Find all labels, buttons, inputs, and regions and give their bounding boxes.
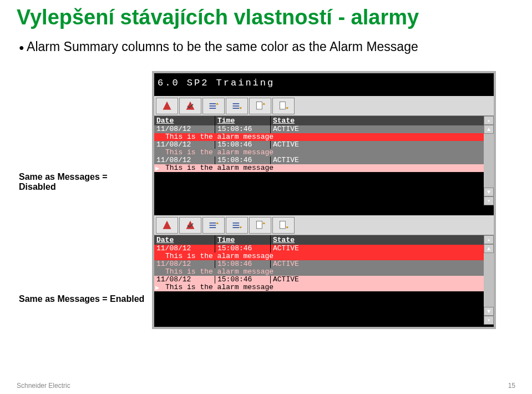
cell-date: 11/08/12 <box>154 245 215 252</box>
cell-date: 11/08/12 <box>154 141 215 149</box>
svg-rect-2 <box>210 108 216 109</box>
col-time: Time <box>215 235 271 245</box>
svg-rect-8 <box>210 223 216 224</box>
cell-state: ACTIVE <box>271 156 494 164</box>
col-time: Time <box>215 116 271 125</box>
table-row[interactable]: 11/08/1215:08:46ACTIVE <box>154 260 494 268</box>
svg-rect-3 <box>233 103 240 104</box>
page-down-icon[interactable] <box>272 217 295 234</box>
table-row[interactable]: 11/08/1215:08:46ACTIVE <box>154 276 494 284</box>
page-up-icon[interactable] <box>249 217 271 234</box>
page-title: Vylepšení stávajících vlastností - alarm… <box>17 6 515 29</box>
svg-rect-14 <box>256 221 262 228</box>
terminal-window: 6.0 SP2 Training Date Time State 11/08/1… <box>152 71 496 329</box>
bullet-text: Alarm Summary columns to be the same col… <box>19 39 515 54</box>
cell-date: 11/08/12 <box>154 276 215 284</box>
cell-time: 15:08:46 <box>215 260 271 268</box>
col-date: Date <box>154 235 215 245</box>
toolbar-enabled <box>154 215 494 235</box>
page-up-icon[interactable] <box>249 98 271 114</box>
list-up-icon[interactable] <box>202 98 225 114</box>
bell-ack-icon[interactable] <box>179 98 201 114</box>
alarm-message: This is the alarm message <box>154 252 494 260</box>
scroll-up-icon[interactable]: ▲ <box>484 244 494 253</box>
bell-ack-icon[interactable] <box>179 217 201 234</box>
label-enabled: Same as Messages = Enabled <box>19 294 152 304</box>
cell-state: ACTIVE <box>271 245 494 252</box>
list-down-icon[interactable] <box>226 98 248 114</box>
svg-rect-1 <box>210 105 216 107</box>
alarm-message: This is the alarm message <box>154 149 494 156</box>
cell-state: ACTIVE <box>271 260 494 268</box>
cell-state: ACTIVE <box>271 141 494 149</box>
svg-rect-11 <box>233 223 240 224</box>
bell-unack-icon[interactable] <box>156 217 178 234</box>
table-header: Date Time State <box>154 116 494 125</box>
svg-rect-6 <box>256 102 262 109</box>
table-row[interactable]: 11/08/1215:08:46ACTIVE <box>154 141 494 149</box>
cell-date: 11/08/12 <box>154 156 215 164</box>
scrollbar[interactable]: ▴ ▲ ▼ ▾ <box>484 116 494 205</box>
table-row[interactable]: 11/08/1215:08:46ACTIVE <box>154 125 494 133</box>
svg-rect-13 <box>233 227 240 228</box>
cell-date: 11/08/12 <box>154 260 215 268</box>
alarm-message: This is the alarm message <box>154 133 494 141</box>
alarm-message: This is the alarm message <box>154 164 494 172</box>
cursor-icon: ▶ <box>155 164 159 173</box>
svg-rect-0 <box>210 103 216 104</box>
svg-rect-10 <box>210 227 216 228</box>
svg-rect-9 <box>210 225 216 226</box>
list-up-icon[interactable] <box>202 217 225 234</box>
cursor-icon: ▶ <box>155 284 159 292</box>
empty-area <box>154 172 494 205</box>
scroll-down-icon[interactable]: ▼ <box>484 188 494 196</box>
scroll-bottom-icon[interactable]: ▾ <box>484 316 494 325</box>
scroll-down-icon[interactable]: ▼ <box>484 307 494 316</box>
table-row[interactable]: 11/08/1215:08:46ACTIVE <box>154 245 494 252</box>
toolbar-disabled <box>154 96 494 116</box>
cell-state: ACTIVE <box>271 276 494 284</box>
cell-time: 15:08:46 <box>215 141 271 149</box>
alarm-table-enabled: Date Time State 11/08/1215:08:46ACTIVETh… <box>154 235 494 325</box>
cell-state: ACTIVE <box>271 125 494 133</box>
bell-unack-icon[interactable] <box>156 98 178 114</box>
svg-rect-5 <box>233 108 240 109</box>
scroll-top-icon[interactable]: ▴ <box>484 116 494 125</box>
svg-rect-12 <box>233 225 240 226</box>
table-row[interactable]: 11/08/1215:08:46ACTIVE <box>154 156 494 164</box>
col-state: State <box>271 235 494 245</box>
label-disabled: Same as Messages = Disabled <box>19 172 152 192</box>
alarm-message: This is the alarm message <box>154 284 494 291</box>
footer-company: Schneider Electric <box>17 382 70 390</box>
list-down-icon[interactable] <box>226 217 248 234</box>
table-header: Date Time State <box>154 235 494 245</box>
alarm-message: This is the alarm message <box>154 268 494 276</box>
terminal-title: 6.0 SP2 Training <box>154 73 494 96</box>
scroll-up-icon[interactable]: ▲ <box>484 125 494 134</box>
alarm-table-disabled: Date Time State 11/08/1215:08:46ACTIVETh… <box>154 116 494 205</box>
col-state: State <box>271 116 494 125</box>
cell-time: 15:08:46 <box>215 276 271 284</box>
scrollbar[interactable]: ▴ ▲ ▼ ▾ <box>484 235 494 325</box>
scroll-top-icon[interactable]: ▴ <box>484 235 494 244</box>
cell-time: 15:08:46 <box>215 125 271 133</box>
cell-time: 15:08:46 <box>215 156 271 164</box>
cell-date: 11/08/12 <box>154 125 215 133</box>
empty-area <box>154 291 494 325</box>
footer-page: 15 <box>508 382 515 390</box>
svg-rect-15 <box>280 221 285 228</box>
page-down-icon[interactable] <box>272 98 295 114</box>
cell-time: 15:08:46 <box>215 245 271 252</box>
col-date: Date <box>154 116 215 125</box>
svg-rect-7 <box>280 102 285 109</box>
scroll-bottom-icon[interactable]: ▾ <box>484 196 494 205</box>
svg-rect-4 <box>233 105 240 107</box>
